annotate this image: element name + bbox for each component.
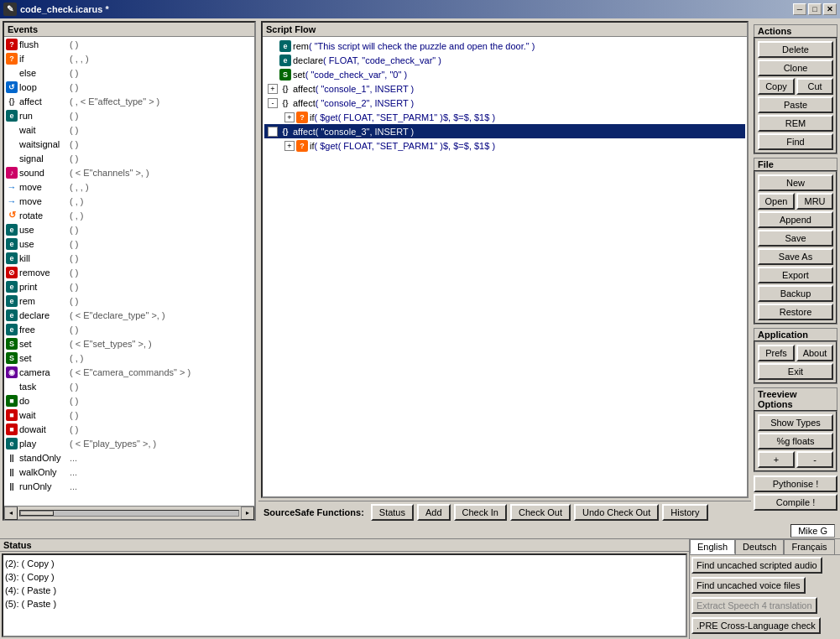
ss-checkout-btn[interactable]: Check Out — [510, 504, 571, 521]
event-row[interactable]: ■wait( ) — [4, 408, 254, 422]
event-row[interactable]: ?if( , , ) — [4, 51, 254, 65]
ss-history-btn[interactable]: History — [662, 504, 707, 521]
tree-row[interactable]: +?if ( $get( FLOAT, "SET_PARM1" )$, $=$,… — [264, 110, 745, 124]
mru-button[interactable]: MRU — [796, 193, 833, 210]
event-row[interactable]: ||runOnly... — [4, 479, 254, 493]
event-row[interactable]: task( ) — [4, 379, 254, 393]
new-button[interactable]: New — [758, 174, 833, 191]
event-row[interactable]: {}affect( , < E"affect_type" > ) — [4, 94, 254, 108]
tree-text: rem — [293, 41, 309, 51]
scroll-left-btn[interactable]: ◂ — [4, 507, 18, 520]
copy-button[interactable]: Copy — [758, 78, 795, 95]
event-row[interactable]: ||walkOnly... — [4, 465, 254, 479]
export-button[interactable]: Export — [758, 267, 833, 283]
event-row[interactable]: euse( ) — [4, 236, 254, 251]
event-icon: e — [6, 438, 18, 449]
event-params: ( ) — [70, 296, 78, 306]
expand-btn[interactable]: + — [284, 141, 295, 151]
find-button[interactable]: Find — [758, 133, 833, 150]
event-row[interactable]: ↺rotate( , ) — [4, 208, 254, 222]
minimize-button[interactable]: ─ — [793, 3, 806, 15]
ss-undo-btn[interactable]: Undo Check Out — [574, 504, 659, 521]
status-content[interactable]: (2): ( Copy )(3): ( Copy )(4): ( Paste )… — [2, 553, 687, 637]
exit-button[interactable]: Exit — [758, 363, 833, 380]
expand-btn[interactable]: + — [268, 84, 278, 94]
tree-text: declare — [293, 55, 323, 65]
scroll-thumb[interactable] — [20, 511, 54, 516]
event-row[interactable]: erem( ) — [4, 294, 254, 308]
event-row[interactable]: ♪sound( < E"channels" >, ) — [4, 165, 254, 179]
expand-btn[interactable]: - — [268, 127, 278, 137]
event-row[interactable]: eplay( < E"play_types" >, ) — [4, 436, 254, 450]
event-row[interactable]: ⊘remove( ) — [4, 265, 254, 279]
event-row[interactable]: edeclare( < E"declare_type" >, ) — [4, 308, 254, 322]
event-row[interactable]: ↺loop( ) — [4, 80, 254, 94]
event-row[interactable]: wait( ) — [4, 122, 254, 137]
floats-button[interactable]: %g floats — [758, 433, 833, 449]
cut-button[interactable]: Cut — [796, 78, 833, 95]
rem-button[interactable]: REM — [758, 115, 833, 132]
event-row[interactable]: ■do( ) — [4, 393, 254, 408]
event-row[interactable]: euse( ) — [4, 222, 254, 236]
plus-button[interactable]: + — [758, 451, 795, 468]
event-row[interactable]: else( ) — [4, 65, 254, 80]
script-tree[interactable]: erem ( "This script will check the puzzl… — [263, 37, 747, 496]
expand-btn[interactable]: + — [284, 112, 295, 122]
event-row[interactable]: waitsignal( ) — [4, 137, 254, 151]
event-row[interactable]: erun( ) — [4, 108, 254, 122]
events-scrollbar-h[interactable]: ◂ ▸ — [4, 506, 254, 519]
event-row[interactable]: ■dowait( ) — [4, 422, 254, 436]
tree-row[interactable]: edeclare ( FLOAT, "code_check_var" ) — [264, 53, 745, 67]
right-action-button[interactable]: .PRE Cross-Language check — [691, 617, 821, 634]
pythonise-button[interactable]: Pythonise ! — [754, 475, 837, 492]
event-row[interactable]: ◉camera( < E"camera_commands" > ) — [4, 365, 254, 379]
event-row[interactable]: ?flush( ) — [4, 37, 254, 51]
ss-checkin-btn[interactable]: Check In — [454, 504, 507, 521]
about-button[interactable]: About — [796, 345, 833, 361]
backup-button[interactable]: Backup — [758, 285, 833, 302]
prefs-button[interactable]: Prefs — [758, 345, 795, 361]
event-row[interactable]: efree( ) — [4, 322, 254, 336]
tree-text: affect — [293, 84, 316, 94]
saveas-button[interactable]: Save As — [758, 248, 833, 265]
tree-row[interactable]: erem ( "This script will check the puzzl… — [264, 39, 745, 53]
open-button[interactable]: Open — [758, 193, 795, 210]
tree-row[interactable]: -{}affect ( "console_3", INSERT ) — [264, 124, 745, 138]
compile-button[interactable]: Compile ! — [754, 494, 837, 511]
ss-add-btn[interactable]: Add — [417, 504, 451, 521]
event-row[interactable]: eprint( ) — [4, 279, 254, 294]
event-name: rem — [19, 296, 70, 306]
event-params: ( < E"channels" >, ) — [70, 168, 149, 178]
event-row[interactable]: →move( , , ) — [4, 179, 254, 194]
tree-row[interactable]: Sset ( "code_check_var", "0" ) — [264, 67, 745, 81]
event-row[interactable]: Sset( < E"set_types" >, ) — [4, 336, 254, 351]
scroll-right-btn[interactable]: ▸ — [241, 507, 254, 520]
tree-row[interactable]: +{}affect ( "console_1", INSERT ) — [264, 81, 745, 96]
clone-button[interactable]: Clone — [758, 60, 833, 76]
paste-button[interactable]: Paste — [758, 96, 833, 113]
right-action-button[interactable]: Find uncached voice files — [691, 577, 806, 594]
maximize-button[interactable]: □ — [808, 3, 822, 15]
append-button[interactable]: Append — [758, 211, 833, 228]
script-flow-header: Script Flow — [263, 23, 747, 37]
right-action-button[interactable]: Find uncached scripted audio — [691, 557, 822, 574]
show-types-button[interactable]: Show Types — [758, 414, 833, 431]
expand-btn[interactable]: - — [268, 98, 278, 108]
save-button[interactable]: Save — [758, 230, 833, 247]
events-list[interactable]: ?flush( )?if( , , )else( )↺loop( ){}affe… — [4, 37, 254, 506]
lang-tab[interactable]: English — [690, 539, 735, 554]
lang-tab[interactable]: Français — [784, 539, 834, 554]
ss-status-btn[interactable]: Status — [371, 504, 414, 521]
lang-tab[interactable]: Deutsch — [735, 539, 784, 554]
tree-row[interactable]: -{}affect ( "console_2", INSERT ) — [264, 96, 745, 110]
event-row[interactable]: →move( , ) — [4, 194, 254, 208]
event-row[interactable]: ekill( ) — [4, 251, 254, 265]
close-button[interactable]: ✕ — [823, 3, 837, 15]
event-row[interactable]: Sset( , ) — [4, 351, 254, 365]
delete-button[interactable]: Delete — [758, 41, 833, 58]
minus-button[interactable]: - — [796, 451, 833, 468]
event-row[interactable]: ||standOnly... — [4, 450, 254, 465]
restore-button[interactable]: Restore — [758, 304, 833, 320]
tree-row[interactable]: +?if ( $get( FLOAT, "SET_PARM1" )$, $=$,… — [264, 138, 745, 153]
event-row[interactable]: signal( ) — [4, 151, 254, 165]
